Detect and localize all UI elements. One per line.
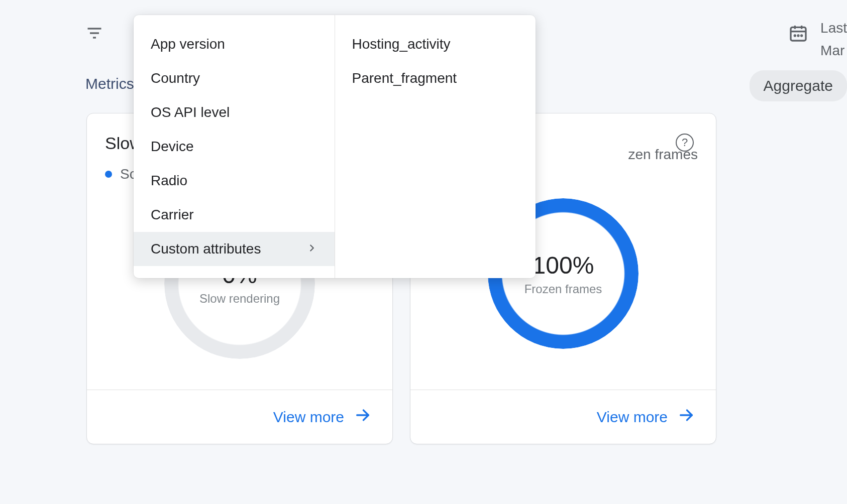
view-more-label: View more bbox=[273, 409, 344, 426]
svg-point-8 bbox=[798, 35, 799, 36]
filter-subitem-hosting-activity[interactable]: Hosting_activity bbox=[335, 27, 536, 61]
donut-center: 100% Frozen frames bbox=[524, 251, 602, 296]
chevron-right-icon bbox=[306, 241, 317, 257]
filter-subitem-parent-fragment[interactable]: Parent_fragment bbox=[335, 61, 536, 95]
filter-item-custom-attributes[interactable]: Custom attributes bbox=[134, 232, 335, 266]
page-root: Metrics Last Mar Aggregate Slow bbox=[0, 0, 847, 44]
filter-dropdown-col-left: App version Country OS API level Device … bbox=[134, 15, 335, 278]
filter-item-country[interactable]: Country bbox=[134, 61, 335, 95]
arrow-right-icon bbox=[678, 407, 695, 427]
view-more-label: View more bbox=[597, 409, 668, 426]
filter-dropdown-col-right: Hosting_activity Parent_fragment bbox=[335, 15, 536, 278]
view-more-link[interactable]: View more bbox=[273, 407, 371, 427]
filter-dropdown: App version Country OS API level Device … bbox=[134, 15, 536, 278]
calendar-icon bbox=[788, 23, 808, 45]
metrics-heading: Metrics bbox=[85, 75, 134, 92]
donut-value: 100% bbox=[533, 251, 594, 279]
filter-item-radio[interactable]: Radio bbox=[134, 164, 335, 198]
filter-item-device[interactable]: Device bbox=[134, 130, 335, 164]
date-range-text: Last Mar bbox=[820, 17, 847, 62]
filter-item-os-api-level[interactable]: OS API level bbox=[134, 95, 335, 130]
view-more-link[interactable]: View more bbox=[597, 407, 695, 427]
date-line-2: Mar bbox=[820, 40, 847, 62]
legend-dot-icon bbox=[105, 171, 112, 178]
svg-rect-3 bbox=[791, 27, 806, 41]
svg-point-9 bbox=[801, 35, 802, 36]
svg-point-7 bbox=[794, 35, 795, 36]
filter-item-app-version[interactable]: App version bbox=[134, 27, 335, 61]
arrow-right-icon bbox=[354, 407, 371, 427]
date-line-1: Last bbox=[820, 17, 847, 40]
card-footer: View more bbox=[87, 390, 392, 444]
card-footer: View more bbox=[410, 390, 716, 444]
donut-sublabel: Frozen frames bbox=[524, 282, 602, 296]
filter-item-label: Custom attributes bbox=[151, 241, 261, 257]
filter-item-carrier[interactable]: Carrier bbox=[134, 198, 335, 232]
help-icon[interactable]: ? bbox=[676, 134, 694, 152]
date-range-area[interactable]: Last Mar bbox=[788, 17, 847, 62]
donut-sublabel: Slow rendering bbox=[199, 292, 280, 306]
aggregate-toggle[interactable]: Aggregate bbox=[750, 70, 847, 101]
